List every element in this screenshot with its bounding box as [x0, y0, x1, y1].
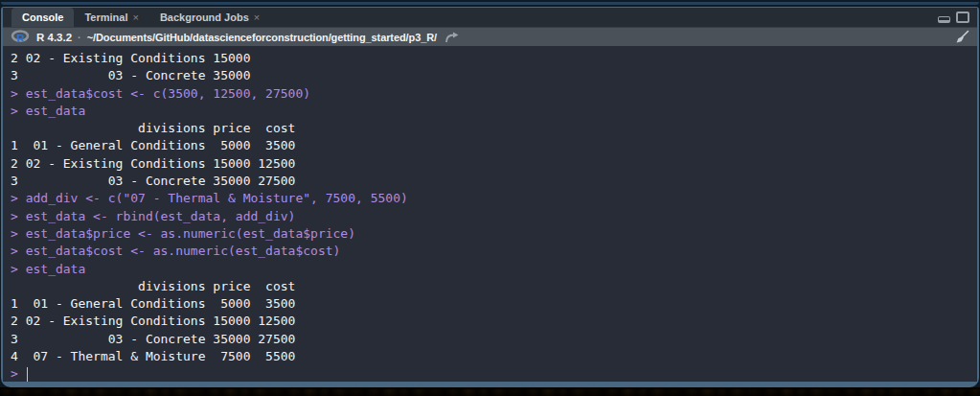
console-output-area[interactable]: 2 02 - Existing Conditions 150003 03 - C…: [3, 46, 977, 382]
text-cursor: [27, 367, 29, 382]
console-line: > est_data$cost <- c(3500, 12500, 27500): [11, 85, 977, 103]
close-icon[interactable]: ×: [254, 12, 260, 23]
console-toolbar: R R 4.3.2 · ~/Documents/GitHub/datascien…: [3, 27, 977, 46]
goto-directory-arrow-icon[interactable]: [444, 32, 459, 43]
console-line: 2 02 - Existing Conditions 15000: [11, 50, 977, 67]
console-line: 2 02 - Existing Conditions 15000 12500: [11, 155, 977, 173]
console-line: 3 03 - Concrete 35000 27500: [11, 173, 977, 190]
console-line: divisions price cost: [11, 120, 977, 137]
console-prompt-line[interactable]: >: [11, 365, 977, 382]
pane-window-controls: [938, 8, 969, 27]
console-line: 3 03 - Concrete 35000: [11, 67, 977, 84]
console-line: 1 01 - General Conditions 5000 3500: [11, 295, 977, 313]
console-line: > est_data: [11, 103, 977, 120]
desktop-wallpaper-strip: [0, 387, 980, 396]
console-line: > est_data$price <- as.numeric(est_data$…: [11, 225, 977, 243]
tab-terminal[interactable]: Terminal ×: [74, 8, 148, 27]
console-line: 3 03 - Concrete 35000 27500: [11, 331, 977, 348]
tab-terminal-label: Terminal: [84, 12, 127, 23]
upper-pane-edge-strip: [0, 0, 980, 7]
r-version-label: R 4.3.2: [36, 32, 72, 43]
console-line: > add_div <- c("07 - Thermal & Moisture"…: [11, 190, 977, 207]
maximize-pane-icon[interactable]: [956, 12, 969, 23]
clear-console-broom-icon[interactable]: [954, 30, 969, 49]
working-directory-path[interactable]: ~/Documents/GitHub/datascienceforconstru…: [87, 32, 437, 43]
upper-pane-bottom-border: [1, 2, 979, 5]
minimize-pane-icon[interactable]: [938, 16, 950, 23]
console-line: 1 01 - General Conditions 5000 3500: [11, 137, 977, 154]
tab-background-jobs[interactable]: Background Jobs ×: [149, 8, 270, 27]
console-line: > est_data$cost <- as.numeric(est_data$c…: [11, 243, 977, 260]
console-line: > est_data: [11, 261, 977, 278]
pane-tabbar: Console Terminal × Background Jobs ×: [3, 8, 977, 27]
r-logo-icon: R: [11, 30, 31, 44]
console-line: 4 07 - Thermal & Moisture 7500 5500: [11, 348, 977, 365]
console-line: > est_data <- rbind(est_data, add_div): [11, 208, 977, 225]
tab-background-jobs-label: Background Jobs: [160, 12, 249, 23]
close-icon[interactable]: ×: [132, 12, 138, 23]
console-prompt: >: [11, 365, 18, 382]
console-lines: 2 02 - Existing Conditions 150003 03 - C…: [11, 50, 977, 365]
tab-console-label: Console: [22, 12, 63, 23]
tab-console[interactable]: Console: [11, 8, 74, 27]
console-line: divisions price cost: [11, 278, 977, 295]
toolbar-separator: ·: [78, 32, 81, 43]
console-line: 2 02 - Existing Conditions 15000 12500: [11, 313, 977, 330]
svg-text:R: R: [16, 33, 25, 44]
console-pane: Console Terminal × Background Jobs × R R…: [1, 7, 979, 387]
